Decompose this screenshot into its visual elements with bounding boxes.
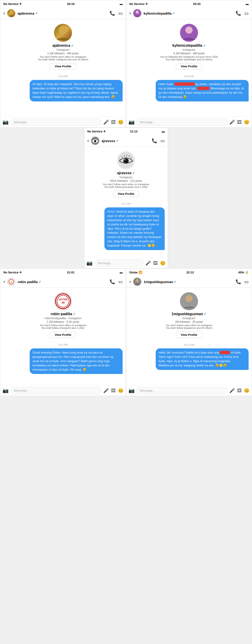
input-bar-kylie: 📷 Message... 🎤 🖼 😊: [126, 117, 252, 127]
mic-icon[interactable]: 🎤: [229, 388, 235, 393]
time-label: 21:12: [130, 130, 138, 133]
nav-avatar-kylie: [133, 9, 141, 17]
nav-name-robin: robin padilla ✔: [18, 280, 107, 284]
messages-area-miguel: 10:12 PM Hello JM, kumusta? Balita ko'y …: [126, 340, 252, 385]
status-bar-ajrav: No Service ✈ 21:12 ▬: [84, 128, 168, 135]
time-label: 20:10: [67, 2, 74, 6]
mic-icon[interactable]: 🎤: [103, 120, 109, 125]
time-label: 21:01: [67, 271, 74, 274]
message-input[interactable]: Message...: [10, 119, 101, 126]
phone-ajravsss: No Service ✈ 21:12 ▬ ‹ ajravsss: [84, 128, 168, 268]
profile-platform: Instagram: [182, 48, 196, 52]
view-profile-button[interactable]: View Profile: [176, 63, 202, 70]
svg-point-4: [136, 10, 139, 14]
redacted-text: XXXXXXXXXX: [175, 82, 195, 86]
camera-icon[interactable]: 📷: [129, 119, 135, 125]
camera-icon[interactable]: 📷: [86, 260, 92, 266]
time-label: 22:12: [187, 271, 194, 274]
message-bubble-sent: Good evening Robin. Alam kong busy ka na…: [30, 348, 123, 374]
video-icon[interactable]: ▭: [244, 10, 249, 16]
nav-icons: 📞 ▭: [152, 138, 165, 144]
profile-avatar-ajabrenica: [54, 24, 72, 42]
emoji-icon[interactable]: 😊: [244, 388, 249, 393]
phone-robin-padilla: No Service ✈ 21:01 ▬ ‹ ✊ robin pad: [0, 268, 126, 396]
gallery-icon[interactable]: 🖼: [153, 260, 158, 266]
camera-icon[interactable]: 📷: [129, 388, 135, 394]
nav-name-ajabrenica: ajabrenica ✔: [18, 12, 107, 15]
messages-area-kylie: 8:43 PM Hello Kylie. XXXXXXXXXXng Jusko,…: [126, 72, 252, 117]
profile-section-robin: UP FOR JM robin padilla ✔ robinhoodpadil…: [0, 288, 126, 340]
nav-icons: 📞 ▭: [235, 279, 249, 284]
robin-name-text: robin padilla: [18, 280, 38, 284]
phone-icon[interactable]: 📞: [235, 10, 241, 16]
mic-icon[interactable]: 🎤: [229, 120, 235, 125]
status-bar-kylie: No Service ✈ 20:43 ▬: [126, 0, 252, 8]
emoji-icon[interactable]: 😊: [244, 120, 249, 125]
view-profile-button[interactable]: View Profile: [113, 190, 139, 197]
nav-name-ajrav: ajravsss ✔: [101, 139, 149, 143]
message-input[interactable]: Message...: [94, 260, 144, 266]
gallery-icon[interactable]: 🖼: [237, 120, 242, 125]
message-input[interactable]: Message...: [136, 387, 227, 394]
profile-section-ajabrenica: ajabrenica ✔ Instagram 1.1M followers · …: [0, 19, 126, 72]
phone-icon[interactable]: 📞: [109, 279, 115, 284]
camera-icon[interactable]: 📷: [3, 119, 9, 125]
video-icon[interactable]: ▭: [160, 138, 165, 144]
gallery-icon[interactable]: 🖼: [111, 120, 116, 125]
svg-point-10: [94, 140, 96, 142]
no-service-label: No Service: [3, 271, 19, 274]
svg-point-34: [185, 295, 193, 302]
back-button[interactable]: ‹: [87, 138, 89, 144]
mic-icon[interactable]: 🎤: [145, 260, 151, 266]
message-input[interactable]: Message...: [136, 119, 227, 126]
verified-icon: ✔: [116, 139, 118, 142]
input-bar-miguel: 📷 Message... 🎤 🖼 😊: [126, 385, 252, 396]
gallery-icon[interactable]: 🖼: [111, 388, 116, 393]
message-bubble-sent: Hi AJ. Hindi ko alam if maaawa ako sayo …: [104, 208, 165, 250]
emoji-icon[interactable]: 😊: [160, 260, 166, 266]
back-button[interactable]: ‹: [129, 279, 131, 285]
video-icon[interactable]: ▭: [118, 10, 123, 16]
video-icon[interactable]: ▭: [244, 279, 249, 284]
back-button[interactable]: ‹: [3, 10, 5, 16]
emoji-icon[interactable]: 😊: [118, 388, 123, 393]
profile-section-kylie: kylienicolepadilla ✔ Instagram 4.1M foll…: [126, 19, 252, 72]
view-profile-button[interactable]: View Profile: [50, 332, 76, 338]
profile-stats: 1.1M followers · 945 posts: [47, 52, 78, 55]
profile-stats: 2M followers · 2K posts: [175, 320, 203, 324]
verified-icon-profile: ✔: [204, 312, 206, 316]
svg-point-15: [124, 159, 125, 160]
view-profile-button[interactable]: View Profile: [50, 63, 76, 70]
status-bar-miguel: Globe 📶 22:12 45% 🔋: [126, 269, 252, 276]
profile-name-ajabrenica: ajabrenica ✔: [52, 44, 74, 48]
phone-kylienicolepadilla: No Service ✈ 20:43 ▬ ‹ kylienicolepadill…: [126, 0, 252, 128]
profile-name-kylie: kylienicolepadilla ✔: [172, 44, 206, 48]
profile-stats: 931K followers · 121 posts: [110, 179, 142, 182]
battery-icon: ▬: [120, 2, 123, 6]
redacted-text-2: XXXXXX: [197, 87, 209, 90]
emoji-icon[interactable]: 😊: [118, 120, 123, 125]
phone-icon[interactable]: 📞: [109, 10, 115, 16]
status-bar-ajabrenica: No Service ✈ 20:10 ▬: [0, 0, 126, 8]
profile-platform: Instagram: [182, 316, 196, 320]
message-input[interactable]: Message...: [10, 387, 101, 394]
phone-icon[interactable]: 📞: [152, 138, 157, 144]
profile-stats: 1.2M followers · 5.2K posts: [47, 320, 79, 324]
profile-avatar-robin: UP FOR JM: [54, 292, 72, 310]
phone-icon[interactable]: 📞: [235, 279, 241, 284]
message-time: 8:43 PM: [129, 75, 249, 78]
back-button[interactable]: ‹: [3, 279, 5, 285]
video-icon[interactable]: ▭: [118, 279, 123, 284]
camera-icon[interactable]: 📷: [3, 388, 9, 394]
phone-ajabrenica: No Service ✈ 20:10 ▬ ‹ ajabrenica ✔: [0, 0, 126, 128]
mic-icon[interactable]: 🎤: [103, 388, 109, 393]
nav-icons: 📞 ▭: [109, 279, 123, 284]
view-profile-button[interactable]: View Profile: [176, 332, 202, 338]
back-button[interactable]: ‹: [129, 10, 131, 16]
status-bar-robin: No Service ✈ 21:01 ▬: [0, 269, 126, 276]
battery-icon: ▬: [246, 2, 249, 6]
message-bubble-sent: Hi Aljur. Di lang ako mapakali. Sino ba …: [30, 80, 123, 102]
gallery-icon[interactable]: 🖼: [237, 388, 242, 393]
left-spacer: [0, 128, 84, 268]
profile-avatar-ajrav: [117, 151, 135, 169]
